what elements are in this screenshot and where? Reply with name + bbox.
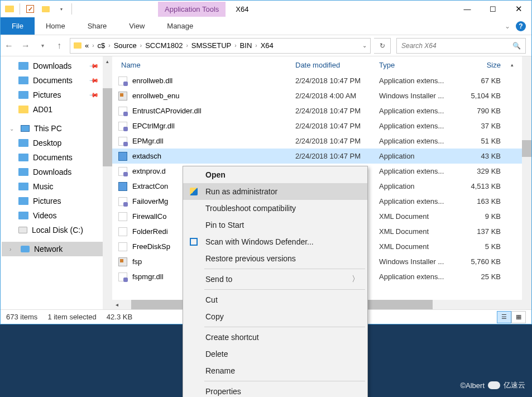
pin-icon: 📌 xyxy=(88,75,99,85)
scroll-left-arrow[interactable]: ◂ xyxy=(112,300,122,309)
address-dropdown[interactable]: ⌄ xyxy=(362,42,367,49)
scroll-up-arrow[interactable]: ▴ xyxy=(507,60,517,70)
breadcrumb[interactable]: BIN xyxy=(240,41,252,50)
qat-customize-button[interactable]: ▾ xyxy=(54,2,69,16)
quick-access-item-pictures[interactable]: Pictures📌 xyxy=(2,88,111,102)
this-pc-item-music[interactable]: Music xyxy=(2,179,111,194)
column-size[interactable]: Size xyxy=(463,61,507,69)
breadcrumb[interactable]: c$ xyxy=(98,41,106,50)
manage-tab[interactable]: Manage xyxy=(156,17,204,35)
file-date: 2/24/2018 10:47 PM xyxy=(295,122,379,130)
refresh-button[interactable]: ↻ xyxy=(374,38,391,54)
context-send-to[interactable]: Send to 〉 xyxy=(183,271,367,288)
properties-qat-button[interactable]: ✓ xyxy=(22,2,38,16)
watermark: ©Albert 亿速云 xyxy=(460,380,525,390)
file-size: 25 KB xyxy=(463,272,507,281)
file-type: XML Document xyxy=(379,227,463,236)
quick-access-item-downloads[interactable]: Downloads📌 xyxy=(2,59,111,73)
file-icon xyxy=(117,271,129,283)
column-type[interactable]: Type xyxy=(379,61,463,69)
context-scan-defender[interactable]: Scan with Windows Defender... xyxy=(183,233,367,250)
navigation-pane: Downloads📌 Documents📌 Pictures📌 AD01 ⌄Th… xyxy=(1,56,112,309)
submenu-arrow-icon: 〉 xyxy=(352,274,360,284)
back-button[interactable]: ← xyxy=(1,37,17,54)
context-rename[interactable]: Rename xyxy=(183,362,367,379)
history-dropdown[interactable]: ▾ xyxy=(34,37,51,54)
file-name: EPCtrlMgr.dll xyxy=(132,122,295,130)
address-bar[interactable]: «› c$› Source› SCCM1802› SMSSETUP› BIN› … xyxy=(70,38,371,54)
breadcrumb-root[interactable]: « xyxy=(85,41,89,50)
pin-icon: 📌 xyxy=(88,89,99,100)
file-icon xyxy=(117,180,129,193)
search-box[interactable]: Search X64 🔍 xyxy=(396,38,526,54)
this-pc-item-downloads[interactable]: Downloads xyxy=(2,165,111,179)
vertical-scrollbar[interactable] xyxy=(522,56,531,309)
up-button[interactable]: ↑ xyxy=(51,37,68,54)
minimize-button[interactable]: — xyxy=(454,1,480,17)
view-tab[interactable]: View xyxy=(118,17,156,35)
search-icon: 🔍 xyxy=(512,42,521,50)
network-root[interactable]: ›Network xyxy=(2,242,111,256)
home-tab[interactable]: Home xyxy=(35,17,76,35)
share-tab[interactable]: Share xyxy=(76,17,118,35)
breadcrumb[interactable]: Source xyxy=(114,41,137,50)
file-date: 2/24/2018 10:47 PM xyxy=(295,152,379,160)
file-row[interactable]: EntrustCAProvider.dll2/24/2018 10:47 PMA… xyxy=(112,103,531,118)
file-icon xyxy=(117,120,129,132)
application-tools-tab[interactable]: Application Tools xyxy=(158,2,226,17)
file-row[interactable]: EPCtrlMgr.dll2/24/2018 10:47 PMApplicati… xyxy=(112,118,531,133)
quick-access-item-ad01[interactable]: AD01 xyxy=(2,102,111,117)
breadcrumb-current[interactable]: X64 xyxy=(261,41,274,50)
help-button[interactable]: ? xyxy=(516,21,526,31)
context-cut[interactable]: Cut xyxy=(183,291,367,308)
this-pc-item-desktop[interactable]: Desktop xyxy=(2,136,111,150)
context-delete[interactable]: Delete xyxy=(183,346,367,362)
breadcrumb[interactable]: SMSSETUP xyxy=(191,41,232,50)
file-tab[interactable]: File xyxy=(1,17,35,35)
large-icons-view-button[interactable]: ▦ xyxy=(511,311,526,323)
this-pc-item-documents[interactable]: Documents xyxy=(2,150,111,165)
context-copy[interactable]: Copy xyxy=(183,308,367,325)
file-type: Windows Installer ... xyxy=(379,257,463,266)
selection-count: 1 item selected xyxy=(47,313,96,321)
new-folder-qat-button[interactable] xyxy=(38,2,54,16)
this-pc-item-local-disk[interactable]: Local Disk (C:) xyxy=(2,223,111,237)
forward-button[interactable]: → xyxy=(17,37,34,54)
this-pc-item-pictures[interactable]: Pictures xyxy=(2,194,111,208)
column-name[interactable]: Name xyxy=(117,61,295,69)
file-type: Application xyxy=(379,182,463,190)
file-row[interactable]: EPMgr.dll2/24/2018 10:47 PMApplication e… xyxy=(112,133,531,149)
context-troubleshoot-compatibility[interactable]: Troubleshoot compatibility xyxy=(183,200,367,217)
file-icon xyxy=(117,105,129,117)
this-pc-root[interactable]: ⌄This PC xyxy=(2,121,111,136)
file-size: 9 KB xyxy=(463,212,507,221)
shield-icon xyxy=(189,186,199,197)
scrollbar-thumb[interactable] xyxy=(522,140,531,157)
context-pin-to-start[interactable]: Pin to Start xyxy=(183,217,367,233)
separator xyxy=(204,289,365,290)
maximize-button[interactable]: ☐ xyxy=(480,1,506,17)
context-restore-previous[interactable]: Restore previous versions xyxy=(183,250,367,267)
context-run-as-administrator[interactable]: Run as administrator xyxy=(183,183,367,200)
folder-icon xyxy=(74,42,82,49)
file-row[interactable]: enrollweb_enu2/24/2018 4:00 AMWindows In… xyxy=(112,88,531,103)
breadcrumb[interactable]: SCCM1802 xyxy=(145,41,183,50)
file-row[interactable]: enrollweb.dll2/24/2018 10:47 PMApplicati… xyxy=(112,73,531,88)
quick-access-item-documents[interactable]: Documents📌 xyxy=(2,73,111,88)
scrollbar-thumb[interactable] xyxy=(103,88,112,166)
search-placeholder: Search X64 xyxy=(401,42,437,50)
file-size: 137 KB xyxy=(463,227,507,236)
nav-scrollbar[interactable]: ▴ xyxy=(103,56,112,309)
separator xyxy=(204,327,365,327)
context-properties[interactable]: Properties xyxy=(183,383,367,397)
file-size: 329 KB xyxy=(463,167,507,175)
this-pc-item-videos[interactable]: Videos xyxy=(2,208,111,223)
close-button[interactable]: ✕ xyxy=(506,1,531,17)
file-size: 790 KB xyxy=(463,107,507,115)
ribbon-expand-toggle[interactable]: ⌄ xyxy=(505,22,510,30)
context-create-shortcut[interactable]: Create shortcut xyxy=(183,329,367,346)
details-view-button[interactable]: ☰ xyxy=(497,311,511,323)
context-open[interactable]: Open xyxy=(183,166,367,183)
file-row[interactable]: extadsch2/24/2018 10:47 PMApplication43 … xyxy=(112,149,531,164)
column-date[interactable]: Date modified xyxy=(295,61,379,69)
